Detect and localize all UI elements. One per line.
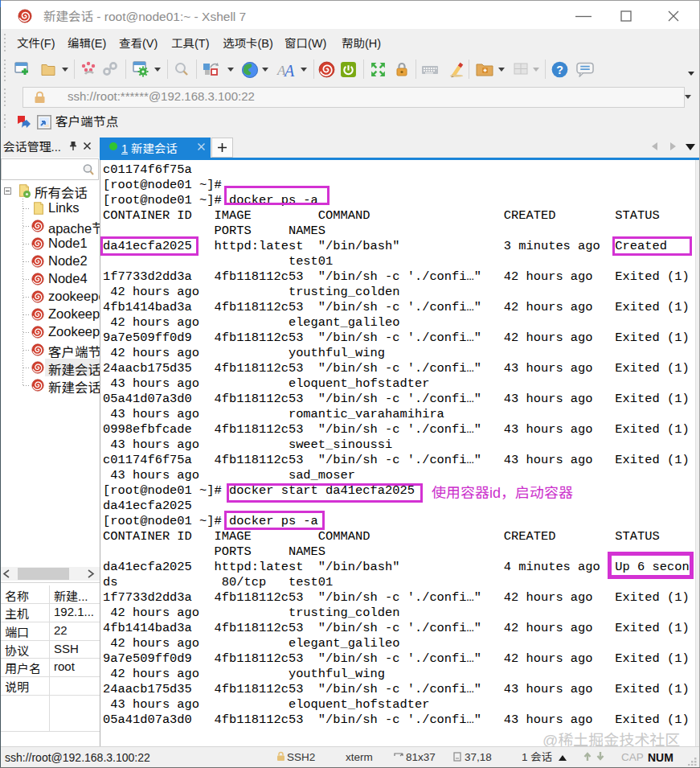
- svg-text:A: A: [283, 62, 295, 79]
- svg-text:?: ?: [556, 64, 563, 76]
